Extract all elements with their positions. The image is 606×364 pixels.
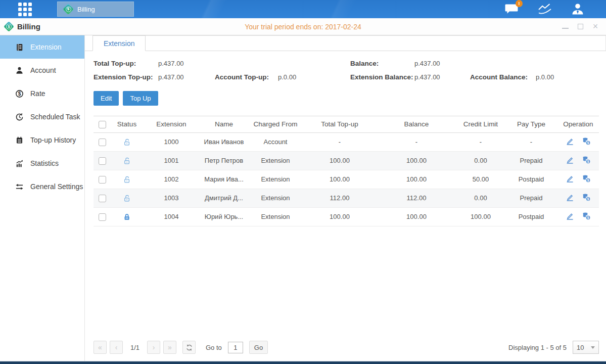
extensions-table: StatusExtensionNameCharged FromTotal Top… xyxy=(94,116,599,226)
toolbar: Edit Top Up xyxy=(94,91,606,106)
go-button[interactable]: Go xyxy=(249,341,268,354)
edit-icon[interactable] xyxy=(566,193,574,202)
lock-open-icon xyxy=(123,175,131,184)
cell-total-topup: 112.00 xyxy=(303,189,377,207)
edit-icon[interactable] xyxy=(566,156,574,164)
balance-label: Balance: xyxy=(350,60,414,67)
row-checkbox[interactable] xyxy=(99,195,106,202)
edit-icon[interactable] xyxy=(566,212,574,220)
previous-page-button[interactable]: ‹ xyxy=(110,341,123,354)
window-title: Billing xyxy=(17,22,40,31)
sidebar-item-label: Extension xyxy=(30,43,61,51)
cell-pay-type: Prepaid xyxy=(505,189,557,207)
topup-icon[interactable]: $ xyxy=(582,193,591,202)
rate-icon: $ xyxy=(15,89,24,98)
topup-icon[interactable]: $ xyxy=(582,156,591,164)
cell-total-topup: - xyxy=(303,132,377,151)
scheduled-task-icon xyxy=(15,113,24,121)
edit-icon[interactable] xyxy=(566,174,574,183)
extension-icon xyxy=(15,43,24,52)
app-launcher-icon[interactable] xyxy=(18,3,32,16)
extension-topup-value: p.437.00 xyxy=(158,73,215,81)
window-body: ExtensionAccount$RateScheduled TaskTop-u… xyxy=(0,35,606,361)
edit-icon[interactable] xyxy=(566,137,574,146)
sidebar-item-rate[interactable]: $Rate xyxy=(0,82,84,105)
cell-name: Юрий Юрь... xyxy=(200,207,248,226)
cell-pay-type: - xyxy=(505,132,557,151)
page-size-value: 10 xyxy=(577,344,584,351)
cell-credit-limit: 50.00 xyxy=(456,170,505,189)
row-checkbox[interactable] xyxy=(99,213,106,221)
account-icon xyxy=(15,66,24,75)
sidebar-item-label: Rate xyxy=(30,89,45,98)
window-titlebar: $ Billing Your trial period ends on: 201… xyxy=(0,18,606,35)
edit-button[interactable]: Edit xyxy=(94,91,119,106)
row-checkbox[interactable] xyxy=(99,139,106,146)
cell-extension: 1000 xyxy=(143,132,200,151)
svg-text:$: $ xyxy=(587,160,589,164)
cell-credit-limit: 0.00 xyxy=(456,151,505,170)
taskbar-tab-billing[interactable]: $ Billing xyxy=(57,2,134,17)
tab-extension[interactable]: Extension xyxy=(92,35,146,51)
lock-open-icon xyxy=(123,138,131,146)
sidebar-item-label: Top-up History xyxy=(30,136,76,144)
pagination-bar: « ‹ 1/1 › » Go to Go Displaying 1 - 5 of… xyxy=(85,337,606,361)
column-header-balance: Balance xyxy=(377,116,456,133)
topup-icon[interactable]: $ xyxy=(582,137,591,146)
svg-text:$: $ xyxy=(587,178,589,183)
svg-text:$: $ xyxy=(587,197,589,201)
first-page-button[interactable]: « xyxy=(94,341,107,354)
row-checkbox[interactable] xyxy=(99,176,106,184)
cell-extension: 1002 xyxy=(143,170,200,189)
topup-icon[interactable]: $ xyxy=(582,174,591,183)
sidebar-item-account[interactable]: Account xyxy=(0,59,84,82)
cell-credit-limit: 0.00 xyxy=(456,189,505,207)
column-header-pay-type: Pay Type xyxy=(505,116,557,133)
close-button[interactable]: × xyxy=(592,23,599,30)
taskbar-tab-label: Billing xyxy=(77,6,95,13)
notification-badge: ! xyxy=(516,0,523,7)
page-size-select[interactable]: 10 xyxy=(573,341,599,354)
billing-window-icon: $ xyxy=(4,21,14,32)
billing-app-icon: $ xyxy=(63,4,74,15)
sidebar-item-statistics[interactable]: Statistics xyxy=(0,152,84,175)
account-balance-label: Account Balance: xyxy=(470,73,536,81)
sidebar-item-top-up-history[interactable]: Top-up History xyxy=(0,128,84,152)
next-page-button[interactable]: › xyxy=(147,341,160,354)
column-header-charged-from: Charged From xyxy=(248,116,303,133)
trial-notice: Your trial period ends on: 2017-02-24 xyxy=(0,23,606,31)
user-account-icon[interactable] xyxy=(571,3,585,16)
statistics-monitor-icon[interactable] xyxy=(537,3,552,16)
statistics-icon xyxy=(15,159,24,168)
desktop-topbar: $ Billing ! xyxy=(0,0,606,18)
table-row: 1000Иван ИвановAccount----$ xyxy=(94,132,599,151)
cell-balance: 112.00 xyxy=(377,189,456,207)
refresh-icon xyxy=(185,344,193,351)
sidebar-item-label: Statistics xyxy=(30,159,59,167)
minimize-button[interactable] xyxy=(562,23,569,30)
maximize-button[interactable] xyxy=(577,23,584,30)
row-checkbox[interactable] xyxy=(99,157,106,165)
cell-name: Дмитрий Д... xyxy=(200,189,248,207)
notifications-icon[interactable]: ! xyxy=(504,3,519,16)
window-title-group: $ Billing xyxy=(5,22,40,31)
desktop-edge-strip xyxy=(0,361,606,364)
table-row: 1001Петр ПетровExtension100.00100.000.00… xyxy=(94,151,599,170)
cell-balance: 100.00 xyxy=(377,207,456,226)
topup-history-icon xyxy=(15,136,24,145)
cell-credit-limit: 100.00 xyxy=(456,207,505,226)
total-topup-label: Total Top-up: xyxy=(94,60,158,67)
sidebar-item-scheduled-task[interactable]: Scheduled Task xyxy=(0,105,84,128)
goto-page-input[interactable] xyxy=(228,342,243,353)
column-header-credit-limit: Credit Limit xyxy=(456,116,505,133)
last-page-button[interactable]: » xyxy=(163,341,176,354)
select-all-checkbox[interactable] xyxy=(99,121,106,128)
topup-icon[interactable]: $ xyxy=(582,212,591,220)
sidebar-item-general-settings[interactable]: General Settings xyxy=(0,175,84,198)
cell-extension: 1004 xyxy=(143,207,200,226)
lock-open-icon xyxy=(123,194,131,202)
top-up-button[interactable]: Top Up xyxy=(123,91,158,106)
refresh-button[interactable] xyxy=(182,341,196,354)
table-row: 1003Дмитрий Д...Extension112.00112.000.0… xyxy=(94,189,599,207)
sidebar-item-extension[interactable]: Extension xyxy=(0,35,84,59)
